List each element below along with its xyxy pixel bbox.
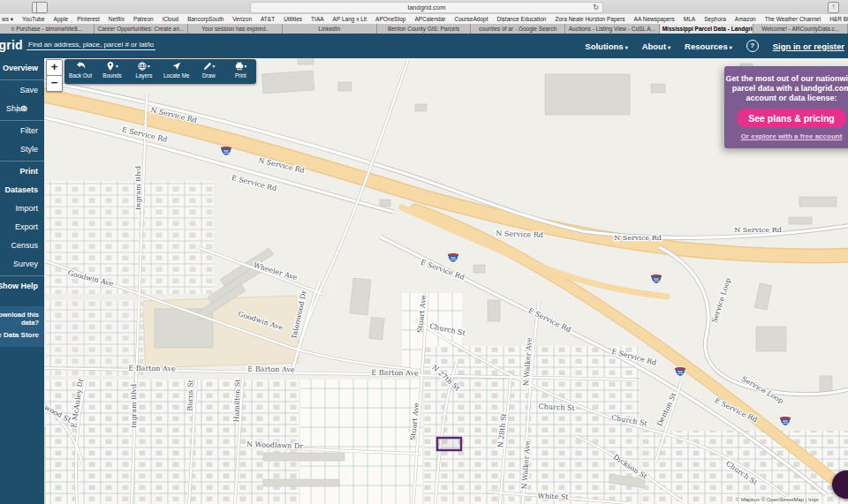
- share-icon[interactable]: ↑: [828, 2, 839, 13]
- favorite-item[interactable]: AA Newspapers: [634, 16, 675, 22]
- favorite-item[interactable]: Pinterest: [77, 16, 100, 22]
- favorite-item[interactable]: AT&T: [261, 16, 275, 22]
- browser-toolbar: landgrid.com ↻ ↑: [0, 0, 848, 15]
- favorite-item[interactable]: Apple: [54, 16, 69, 22]
- help-panel: How do I download this data? The Data St…: [0, 306, 44, 347]
- chevron-down-icon: ▾: [148, 64, 150, 69]
- sidebar-item-overview[interactable]: Overview: [0, 58, 44, 77]
- zoom-out-button[interactable]: −: [46, 75, 63, 92]
- street-label: Ingram Blvd: [130, 384, 138, 428]
- app-header: landgrid Solutions▾About▾Resources▾ ? Si…: [0, 34, 848, 58]
- nav-about[interactable]: About▾: [642, 41, 670, 51]
- selected-parcel-highlight[interactable]: [437, 438, 461, 450]
- see-plans-button[interactable]: See plans & pricing: [737, 109, 845, 128]
- browser-tab[interactable]: Auctions - Listing View - CoSL A...: [565, 24, 660, 34]
- locate-me-button[interactable]: Locate Me: [160, 59, 193, 84]
- sidebar-item-datasets[interactable]: Datasets: [0, 180, 44, 199]
- favorite-item[interactable]: YouTube: [22, 16, 45, 22]
- sidebar-item-print[interactable]: Print: [0, 161, 44, 180]
- browser-tab[interactable]: LinkedIn: [283, 24, 377, 34]
- app-sidebar: OverviewSaveShare⚙FilterStylePrintDatase…: [0, 58, 44, 504]
- favorite-item[interactable]: TIAA: [311, 16, 323, 22]
- print-button[interactable]: ▾Print: [224, 59, 256, 84]
- street-label: Burns St: [186, 379, 194, 410]
- chevron-down-icon: ▾: [730, 45, 732, 50]
- promo-line1: Get the most out of our nationwide: [724, 74, 848, 84]
- favorite-item[interactable]: MLA: [684, 16, 695, 22]
- favorite-item[interactable]: APCalendar: [414, 16, 445, 22]
- favorite-item[interactable]: APOneStop: [375, 16, 405, 22]
- nav-resources[interactable]: Resources▾: [685, 41, 732, 51]
- back-out-button[interactable]: Back Out: [64, 59, 96, 84]
- draw-button[interactable]: ▾Draw: [193, 59, 224, 84]
- layers-button[interactable]: ▾Layers: [128, 59, 160, 84]
- bounds-button[interactable]: ▾Bounds: [96, 59, 128, 84]
- favorite-item[interactable]: Patreon: [133, 16, 154, 22]
- chevron-down-icon: ▾: [625, 45, 628, 50]
- browser-tab[interactable]: Your session has expired..: [188, 24, 283, 34]
- favorite-item[interactable]: Zora Neale Hurston Papers: [555, 16, 625, 22]
- browser-tab[interactable]: Benton County GIS: Parcels: [377, 24, 472, 34]
- favorite-item[interactable]: CourseAdopt: [455, 16, 488, 22]
- sidebar-item-survey[interactable]: Survey: [0, 254, 44, 273]
- nav-solutions[interactable]: Solutions▾: [585, 41, 627, 51]
- browser-tab[interactable]: Mississippi Parcel Data - Landgrid: [660, 24, 754, 34]
- favorite-item[interactable]: The Weather Channel: [765, 16, 821, 22]
- browser-sidebar-icon[interactable]: [32, 2, 48, 13]
- chevron-down-icon: ▾: [245, 64, 247, 69]
- download-question-link[interactable]: How do I download this data?: [0, 311, 39, 327]
- svg-text:55: 55: [654, 277, 659, 282]
- favorite-item[interactable]: BancorpSouth: [187, 16, 223, 22]
- search-input[interactable]: [26, 40, 155, 50]
- map-toolbar: Back Out▾Bounds▾LayersLocate Me▾Draw▾Pri…: [64, 59, 256, 84]
- sidebar-item-share[interactable]: Share⚙: [0, 99, 44, 117]
- svg-text:55: 55: [450, 256, 456, 261]
- promo-line2: parcel data with a landgrid.com: [724, 84, 848, 94]
- chevron-down-icon: ▾: [213, 64, 216, 69]
- sidebar-item-census[interactable]: Census: [0, 236, 44, 254]
- street-label: E Barton Ave: [371, 369, 419, 378]
- sidebar-item-import[interactable]: Import: [0, 199, 44, 217]
- street-label: E Barton Ave: [247, 365, 295, 374]
- favorite-item[interactable]: Sephora: [704, 16, 726, 22]
- sign-in-link[interactable]: Sign in or register: [773, 41, 844, 51]
- street-label: N Service Rd: [496, 229, 543, 239]
- favorite-item[interactable]: Verizon: [232, 16, 252, 22]
- svg-text:55: 55: [223, 149, 229, 154]
- sidebar-item-show-help[interactable]: Show Help: [0, 275, 44, 295]
- sidebar-item-filter[interactable]: Filter: [0, 120, 44, 139]
- sidebar-item-export[interactable]: Export: [0, 217, 44, 236]
- browser-tab[interactable]: n Purchase - simonwhite8...: [0, 24, 95, 34]
- data-store-link[interactable]: The Data Store: [0, 331, 39, 339]
- favorite-item[interactable]: iCloud: [163, 16, 178, 22]
- promo-line3: account or data license:: [724, 94, 848, 103]
- map-attribution: © Mapbox © OpenStreetMap | Impr: [733, 497, 822, 502]
- reload-icon[interactable]: ↻: [593, 3, 599, 12]
- help-icon[interactable]: ?: [746, 40, 759, 52]
- address-bar[interactable]: landgrid.com ↻: [250, 2, 603, 13]
- free-account-link[interactable]: Or explore with a free account: [724, 132, 848, 140]
- svg-text:55: 55: [783, 419, 788, 425]
- favorite-item[interactable]: ws ▾: [2, 16, 13, 23]
- sidebar-item-style[interactable]: Style: [0, 139, 44, 158]
- street-label: Ingram Blvd: [134, 166, 142, 210]
- zoom-in-button[interactable]: +: [46, 59, 63, 76]
- gear-icon[interactable]: ⚙: [17, 104, 27, 113]
- browser-tab[interactable]: Career Opportunities: Create an...: [95, 24, 189, 34]
- landgrid-logo[interactable]: landgrid: [0, 38, 23, 52]
- street-label: E Barton Ave: [128, 365, 176, 373]
- favorite-item[interactable]: Utilities: [284, 16, 302, 22]
- svg-text:55: 55: [678, 370, 683, 375]
- street-label: White St: [537, 492, 569, 500]
- favorite-item[interactable]: Distance Education: [496, 16, 546, 22]
- browser-tab[interactable]: Welcome! - ARCountyData.c...: [753, 24, 848, 34]
- sidebar-item-save[interactable]: Save: [0, 79, 44, 99]
- browser-tab[interactable]: counties of ar - Google Search: [471, 24, 565, 34]
- favorite-item[interactable]: Amazon: [735, 16, 756, 22]
- street-label: N Service Rd: [614, 234, 662, 242]
- favorite-item[interactable]: AP Lang x Lit: [333, 16, 367, 22]
- tab-bar: n Purchase - simonwhite8...Career Opport…: [0, 24, 848, 34]
- favorite-item[interactable]: H&R Block: [829, 16, 848, 22]
- header-nav: Solutions▾About▾Resources▾ ? Sign in or …: [585, 34, 848, 58]
- favorite-item[interactable]: Netflix: [109, 16, 125, 22]
